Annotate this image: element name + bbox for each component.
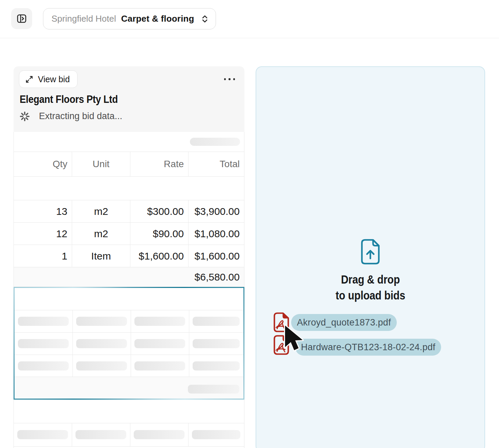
empty-row [14, 177, 244, 200]
empty-row [15, 288, 243, 310]
project-selector[interactable]: Springfield Hotel Carpet & flooring [43, 8, 216, 29]
spinner-icon [20, 111, 30, 121]
table-row[interactable]: 12 m2 $90.00 $1,080.00 [14, 223, 244, 245]
page: Springfield Hotel Carpet & flooring View… [0, 0, 499, 448]
skeleton-row [15, 355, 243, 377]
empty-row [14, 400, 244, 423]
extracting-highlight-section [14, 287, 244, 400]
table-header-row: Qty Unit Rate Total [14, 152, 244, 177]
cell-total: $1,080.00 [189, 223, 244, 245]
cell-total: $3,900.00 [189, 200, 244, 222]
subtotal-value: $6,580.00 [189, 267, 244, 287]
skeleton-row [15, 310, 243, 333]
col-rate: Rate [130, 152, 189, 176]
table-row[interactable]: 13 m2 $300.00 $3,900.00 [14, 200, 244, 223]
vendor-name: Elegant Floors Pty Ltd [20, 93, 217, 106]
cell-rate: $300.00 [130, 200, 189, 222]
subtotal-row: $6,580.00 [14, 267, 244, 287]
view-bid-button[interactable]: View bid [19, 70, 78, 88]
cell-unit: m2 [72, 200, 130, 222]
project-name: Springfield Hotel [51, 14, 116, 24]
expand-icon [25, 75, 34, 84]
view-bid-label: View bid [38, 74, 70, 84]
skeleton-band [14, 132, 244, 152]
cell-qty: 12 [14, 223, 72, 245]
cell-rate: $1,600.00 [130, 245, 189, 267]
cell-rate: $90.00 [130, 223, 189, 245]
cell-qty: 1 [14, 245, 72, 267]
col-unit: Unit [72, 152, 130, 176]
table-row[interactable]: 1 Item $1,600.00 $1,600.00 [14, 245, 244, 267]
skeleton-subtotal-row [15, 377, 243, 399]
file-name: Akroyd_quote1873.pdf [297, 317, 391, 328]
file-chip[interactable]: Akroyd_quote1873.pdf [291, 314, 397, 331]
mouse-cursor [283, 324, 304, 354]
bid-card: View bid Elegant Floors Pty Ltd [14, 66, 244, 448]
file-chip[interactable]: Hardware-QTB123-18-02-24.pdf [295, 339, 441, 356]
sidebar-panel-icon [16, 13, 27, 24]
top-bar: Springfield Hotel Carpet & flooring [0, 0, 499, 38]
bid-card-header: View bid Elegant Floors Pty Ltd [14, 66, 244, 132]
chevron-up-down-icon [201, 14, 209, 24]
col-total: Total [189, 152, 244, 176]
more-menu-icon[interactable] [224, 76, 235, 83]
category-name: Carpet & flooring [121, 14, 194, 24]
upload-file-icon [361, 239, 380, 265]
sidebar-toggle-button[interactable] [11, 8, 32, 29]
extracting-status: Extracting bid data... [20, 111, 239, 121]
file-name: Hardware-QTB123-18-02-24.pdf [301, 342, 435, 353]
cell-unit: m2 [72, 223, 130, 245]
upload-dropzone[interactable]: Drag & drop to upload bids [256, 66, 485, 448]
cell-qty: 13 [14, 200, 72, 222]
cell-total: $1,600.00 [189, 245, 244, 267]
dropzone-title-line1: Drag & drop [335, 271, 405, 287]
skeleton-row [14, 423, 244, 447]
skeleton-pill [190, 138, 240, 146]
skeleton-row [15, 333, 243, 355]
dropzone-title-line2: to upload bids [335, 287, 405, 303]
status-text: Extracting bid data... [39, 111, 122, 121]
skeleton-bar [188, 385, 239, 394]
col-qty: Qty [14, 152, 72, 176]
cell-unit: Item [72, 245, 130, 267]
bid-table: Qty Unit Rate Total 13 m2 $300.00 $3,900… [14, 132, 244, 448]
partial-row [14, 447, 244, 448]
